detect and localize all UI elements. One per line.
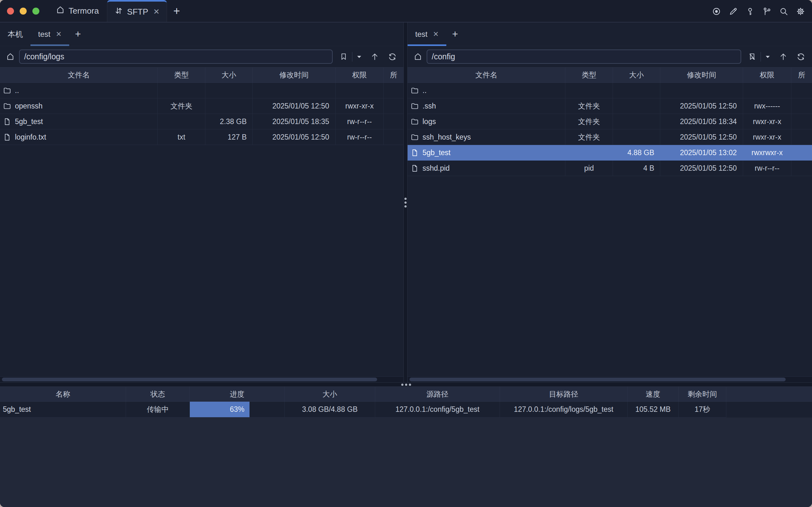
pane-tab-test-left[interactable]: test ✕: [31, 22, 69, 46]
file-owner: [791, 145, 812, 161]
add-pane-tab-left-button[interactable]: +: [69, 22, 87, 46]
caret-down-icon[interactable]: [763, 55, 772, 58]
record-icon[interactable]: [712, 7, 721, 16]
file-row[interactable]: openssh 文件夹 2025/01/05 12:50 rwxr-xr-x: [0, 98, 403, 114]
home-icon[interactable]: [6, 52, 15, 61]
transfer-row[interactable]: 5gb_test 传输中 63% 3.08 GB/4.88 GB 127.0.0…: [0, 402, 812, 417]
file-row[interactable]: ..: [0, 83, 403, 98]
column-header-status[interactable]: 状态: [126, 387, 190, 401]
splitter-dot: [404, 198, 407, 200]
git-branch-icon[interactable]: [762, 7, 771, 16]
column-header-progress[interactable]: 进度: [190, 387, 285, 401]
transfer-panel: 名称 状态 进度 大小 源路径 目标路径 速度 剩余时间 5gb_test 传输…: [0, 387, 812, 507]
tab-termora[interactable]: Termora: [48, 0, 107, 22]
scrollbar-thumb[interactable]: [2, 378, 377, 381]
local-file-table: 文件名 类型 大小 修改时间 权限 所 ..: [0, 67, 403, 382]
file-row[interactable]: 5gb_test 4.88 GB 2025/01/05 13:02 rwxrwx…: [408, 145, 812, 161]
column-header-remaining[interactable]: 剩余时间: [679, 387, 726, 401]
home-icon[interactable]: [414, 52, 422, 61]
column-header-size[interactable]: 大小: [613, 68, 660, 82]
file-name: ..: [15, 86, 19, 95]
file-mtime: [253, 83, 335, 98]
file-type-icon: [411, 133, 419, 142]
transfer-table-header: 名称 状态 进度 大小 源路径 目标路径 速度 剩余时间: [0, 387, 812, 402]
file-name: 5gb_test: [15, 117, 43, 126]
transfer-target-path: 127.0.0.1:/config/logs/5gb_test: [500, 402, 628, 417]
zoom-window-button[interactable]: [33, 8, 39, 15]
file-row[interactable]: .ssh 文件夹 2025/01/05 12:50 rwx------: [408, 98, 812, 114]
transfer-panel-empty-area: [0, 417, 812, 507]
file-size: [613, 129, 660, 145]
column-header-mtime[interactable]: 修改时间: [660, 68, 743, 82]
remote-path-input[interactable]: [427, 50, 741, 64]
remote-file-table: 文件名 类型 大小 修改时间 权限 所 ..: [408, 67, 812, 382]
column-header-owner[interactable]: 所: [384, 68, 403, 82]
file-size: [205, 98, 253, 114]
transfer-speed: 105.52 MB: [628, 402, 679, 417]
up-arrow-icon[interactable]: [777, 52, 790, 61]
remote-pathbar: [408, 46, 812, 67]
column-header-filename[interactable]: 文件名: [0, 68, 158, 82]
column-header-perm[interactable]: 权限: [743, 68, 791, 82]
bookmark-icon[interactable]: [337, 53, 350, 61]
column-header-mtime[interactable]: 修改时间: [253, 68, 335, 82]
column-header-type[interactable]: 类型: [565, 68, 613, 82]
close-window-button[interactable]: [7, 8, 14, 15]
local-path-actions: [337, 52, 399, 62]
column-header-owner[interactable]: 所: [791, 68, 812, 82]
file-row[interactable]: ssh_host_keys 文件夹 2025/01/05 12:50 rwxr-…: [408, 129, 812, 145]
local-path-input[interactable]: [19, 50, 333, 64]
transfer-size: 3.08 GB/4.88 GB: [285, 402, 375, 417]
minimize-window-button[interactable]: [20, 8, 27, 15]
sftp-panes: 本机 test ✕ +: [0, 22, 812, 382]
column-header-type[interactable]: 类型: [158, 68, 205, 82]
file-row[interactable]: ..: [408, 83, 812, 98]
column-header-size[interactable]: 大小: [205, 68, 253, 82]
column-header-speed[interactable]: 速度: [628, 387, 679, 401]
refresh-icon[interactable]: [794, 52, 808, 61]
file-row[interactable]: loginfo.txt txt 127 B 2025/01/05 12:50 r…: [0, 129, 403, 145]
add-pane-tab-right-button[interactable]: +: [446, 22, 464, 46]
horizontal-splitter[interactable]: [0, 382, 812, 387]
column-header-perm[interactable]: 权限: [335, 68, 384, 82]
pane-tab-local[interactable]: 本机: [0, 22, 31, 46]
file-mtime: 2025/01/05 12:50: [660, 129, 743, 145]
file-name: logs: [423, 117, 436, 126]
file-row[interactable]: logs 文件夹 2025/01/05 18:34 rwxr-xr-x: [408, 114, 812, 129]
file-owner: [384, 114, 403, 129]
pane-tab-local-label: 本机: [8, 29, 23, 39]
column-header-target[interactable]: 目标路径: [500, 387, 628, 401]
up-arrow-icon[interactable]: [368, 52, 381, 61]
refresh-icon[interactable]: [386, 52, 399, 61]
column-header-filename[interactable]: 文件名: [408, 68, 565, 82]
file-perm: [743, 83, 791, 98]
file-mtime: 2025/01/05 12:50: [660, 161, 743, 176]
remote-horizontal-scrollbar[interactable]: [408, 376, 812, 382]
file-row[interactable]: sshd.pid pid 4 B 2025/01/05 12:50 rw-r--…: [408, 161, 812, 176]
file-type: [565, 145, 613, 161]
search-icon[interactable]: [779, 7, 788, 16]
vertical-splitter[interactable]: [403, 22, 408, 382]
tab-sftp-close-icon[interactable]: ✕: [153, 8, 160, 15]
edit-pencil-icon[interactable]: [729, 7, 738, 16]
pane-tab-test-right-close-icon[interactable]: ✕: [433, 31, 439, 38]
column-header-size[interactable]: 大小: [285, 387, 375, 401]
column-header-name[interactable]: 名称: [0, 387, 126, 401]
file-owner: [791, 83, 812, 98]
bookmark-slash-icon[interactable]: [746, 53, 758, 61]
pane-tab-test-right[interactable]: test ✕: [408, 22, 446, 46]
file-size: [613, 98, 660, 114]
local-horizontal-scrollbar[interactable]: [0, 376, 403, 382]
pane-tab-test-left-close-icon[interactable]: ✕: [56, 31, 62, 38]
new-tab-button[interactable]: +: [167, 0, 186, 22]
file-type: [158, 83, 205, 98]
file-size: 4 B: [613, 161, 660, 176]
tab-sftp[interactable]: SFTP ✕: [107, 0, 167, 22]
scrollbar-thumb[interactable]: [410, 378, 786, 381]
settings-gear-icon[interactable]: [796, 7, 805, 16]
column-header-source[interactable]: 源路径: [375, 387, 500, 401]
home-icon: [56, 5, 65, 16]
caret-down-icon[interactable]: [355, 55, 364, 58]
file-row[interactable]: 5gb_test 2.38 GB 2025/01/05 18:35 rw-r--…: [0, 114, 403, 129]
key-icon[interactable]: [746, 7, 755, 16]
